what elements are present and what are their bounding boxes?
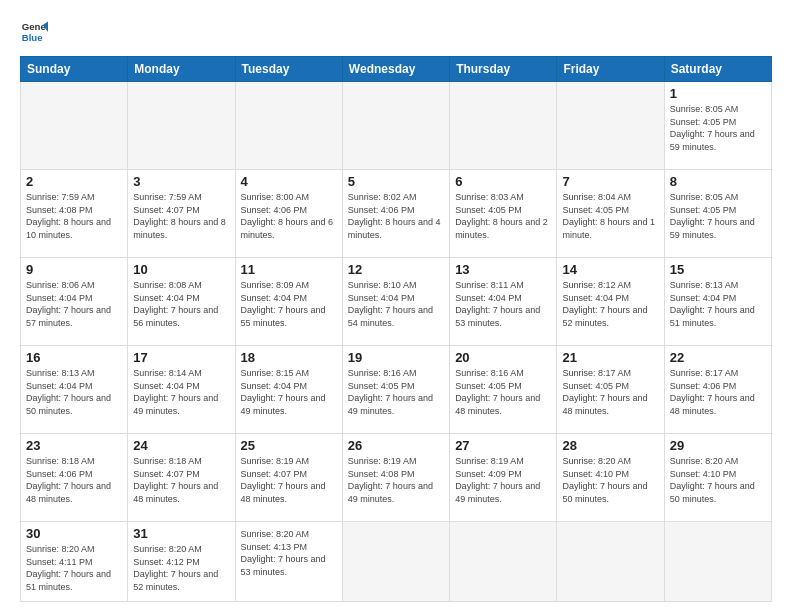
week-row-5: 23Sunrise: 8:18 AMSunset: 4:06 PMDayligh…	[21, 434, 772, 522]
weekday-header-saturday: Saturday	[664, 57, 771, 82]
calendar-cell: 5Sunrise: 8:02 AMSunset: 4:06 PMDaylight…	[342, 170, 449, 258]
day-info: Sunrise: 8:18 AMSunset: 4:07 PMDaylight:…	[133, 455, 229, 505]
calendar-cell: 1Sunrise: 8:05 AMSunset: 4:05 PMDaylight…	[664, 82, 771, 170]
day-info: Sunrise: 8:05 AMSunset: 4:05 PMDaylight:…	[670, 103, 766, 153]
calendar-cell: 19Sunrise: 8:16 AMSunset: 4:05 PMDayligh…	[342, 346, 449, 434]
day-info: Sunrise: 8:11 AMSunset: 4:04 PMDaylight:…	[455, 279, 551, 329]
calendar-cell: Sunrise: 8:20 AMSunset: 4:13 PMDaylight:…	[235, 522, 342, 602]
calendar-cell	[450, 82, 557, 170]
calendar-cell: 2Sunrise: 7:59 AMSunset: 4:08 PMDaylight…	[21, 170, 128, 258]
calendar-cell	[557, 522, 664, 602]
day-info: Sunrise: 8:20 AMSunset: 4:10 PMDaylight:…	[670, 455, 766, 505]
calendar-cell: 4Sunrise: 8:00 AMSunset: 4:06 PMDaylight…	[235, 170, 342, 258]
calendar-cell: 18Sunrise: 8:15 AMSunset: 4:04 PMDayligh…	[235, 346, 342, 434]
day-number: 17	[133, 350, 229, 365]
day-number: 28	[562, 438, 658, 453]
weekday-header-thursday: Thursday	[450, 57, 557, 82]
calendar-cell	[450, 522, 557, 602]
calendar-table: SundayMondayTuesdayWednesdayThursdayFrid…	[20, 56, 772, 602]
day-number: 23	[26, 438, 122, 453]
calendar-cell: 12Sunrise: 8:10 AMSunset: 4:04 PMDayligh…	[342, 258, 449, 346]
day-number: 27	[455, 438, 551, 453]
weekday-header-wednesday: Wednesday	[342, 57, 449, 82]
calendar-cell: 15Sunrise: 8:13 AMSunset: 4:04 PMDayligh…	[664, 258, 771, 346]
day-info: Sunrise: 8:16 AMSunset: 4:05 PMDaylight:…	[348, 367, 444, 417]
day-info: Sunrise: 8:15 AMSunset: 4:04 PMDaylight:…	[241, 367, 337, 417]
day-info: Sunrise: 8:06 AMSunset: 4:04 PMDaylight:…	[26, 279, 122, 329]
calendar-cell	[664, 522, 771, 602]
day-info: Sunrise: 8:12 AMSunset: 4:04 PMDaylight:…	[562, 279, 658, 329]
logo: General Blue	[20, 18, 48, 46]
calendar-cell: 10Sunrise: 8:08 AMSunset: 4:04 PMDayligh…	[128, 258, 235, 346]
day-number: 9	[26, 262, 122, 277]
day-number: 15	[670, 262, 766, 277]
calendar-cell	[557, 82, 664, 170]
day-info: Sunrise: 8:20 AMSunset: 4:11 PMDaylight:…	[26, 543, 122, 593]
calendar-cell	[342, 522, 449, 602]
day-info: Sunrise: 8:00 AMSunset: 4:06 PMDaylight:…	[241, 191, 337, 241]
day-number: 11	[241, 262, 337, 277]
calendar-cell: 26Sunrise: 8:19 AMSunset: 4:08 PMDayligh…	[342, 434, 449, 522]
calendar-cell: 27Sunrise: 8:19 AMSunset: 4:09 PMDayligh…	[450, 434, 557, 522]
day-number: 26	[348, 438, 444, 453]
week-row-1: 1Sunrise: 8:05 AMSunset: 4:05 PMDaylight…	[21, 82, 772, 170]
calendar-cell: 8Sunrise: 8:05 AMSunset: 4:05 PMDaylight…	[664, 170, 771, 258]
day-number: 18	[241, 350, 337, 365]
calendar-cell	[21, 82, 128, 170]
calendar-cell: 14Sunrise: 8:12 AMSunset: 4:04 PMDayligh…	[557, 258, 664, 346]
day-number: 7	[562, 174, 658, 189]
day-number: 24	[133, 438, 229, 453]
day-info: Sunrise: 8:19 AMSunset: 4:07 PMDaylight:…	[241, 455, 337, 505]
day-number: 16	[26, 350, 122, 365]
calendar-cell: 21Sunrise: 8:17 AMSunset: 4:05 PMDayligh…	[557, 346, 664, 434]
day-number: 8	[670, 174, 766, 189]
page: General Blue SundayMondayTuesdayWednesda…	[0, 0, 792, 612]
day-number: 22	[670, 350, 766, 365]
day-number: 21	[562, 350, 658, 365]
day-info: Sunrise: 8:17 AMSunset: 4:06 PMDaylight:…	[670, 367, 766, 417]
calendar-cell: 11Sunrise: 8:09 AMSunset: 4:04 PMDayligh…	[235, 258, 342, 346]
weekday-header-monday: Monday	[128, 57, 235, 82]
calendar-cell	[128, 82, 235, 170]
calendar-cell: 17Sunrise: 8:14 AMSunset: 4:04 PMDayligh…	[128, 346, 235, 434]
calendar-cell: 23Sunrise: 8:18 AMSunset: 4:06 PMDayligh…	[21, 434, 128, 522]
week-row-4: 16Sunrise: 8:13 AMSunset: 4:04 PMDayligh…	[21, 346, 772, 434]
calendar-cell	[342, 82, 449, 170]
week-row-3: 9Sunrise: 8:06 AMSunset: 4:04 PMDaylight…	[21, 258, 772, 346]
day-number: 31	[133, 526, 229, 541]
calendar-cell	[235, 82, 342, 170]
calendar-cell: 13Sunrise: 8:11 AMSunset: 4:04 PMDayligh…	[450, 258, 557, 346]
logo-icon: General Blue	[20, 18, 48, 46]
day-number: 1	[670, 86, 766, 101]
week-row-2: 2Sunrise: 7:59 AMSunset: 4:08 PMDaylight…	[21, 170, 772, 258]
day-number: 5	[348, 174, 444, 189]
day-info: Sunrise: 8:02 AMSunset: 4:06 PMDaylight:…	[348, 191, 444, 241]
calendar-cell: 7Sunrise: 8:04 AMSunset: 4:05 PMDaylight…	[557, 170, 664, 258]
calendar-cell: 29Sunrise: 8:20 AMSunset: 4:10 PMDayligh…	[664, 434, 771, 522]
day-info: Sunrise: 8:13 AMSunset: 4:04 PMDaylight:…	[670, 279, 766, 329]
calendar-cell: 6Sunrise: 8:03 AMSunset: 4:05 PMDaylight…	[450, 170, 557, 258]
day-info: Sunrise: 8:20 AMSunset: 4:12 PMDaylight:…	[133, 543, 229, 593]
weekday-header-row: SundayMondayTuesdayWednesdayThursdayFrid…	[21, 57, 772, 82]
svg-text:Blue: Blue	[22, 32, 43, 43]
day-info: Sunrise: 8:10 AMSunset: 4:04 PMDaylight:…	[348, 279, 444, 329]
day-number: 25	[241, 438, 337, 453]
calendar-cell: 30Sunrise: 8:20 AMSunset: 4:11 PMDayligh…	[21, 522, 128, 602]
day-info: Sunrise: 8:03 AMSunset: 4:05 PMDaylight:…	[455, 191, 551, 241]
week-row-6: 30Sunrise: 8:20 AMSunset: 4:11 PMDayligh…	[21, 522, 772, 602]
day-number: 10	[133, 262, 229, 277]
calendar-cell: 31Sunrise: 8:20 AMSunset: 4:12 PMDayligh…	[128, 522, 235, 602]
day-info: Sunrise: 7:59 AMSunset: 4:08 PMDaylight:…	[26, 191, 122, 241]
header: General Blue	[20, 18, 772, 46]
day-number: 29	[670, 438, 766, 453]
day-info: Sunrise: 8:19 AMSunset: 4:09 PMDaylight:…	[455, 455, 551, 505]
day-number: 14	[562, 262, 658, 277]
calendar-cell: 22Sunrise: 8:17 AMSunset: 4:06 PMDayligh…	[664, 346, 771, 434]
day-info: Sunrise: 8:13 AMSunset: 4:04 PMDaylight:…	[26, 367, 122, 417]
calendar-cell: 9Sunrise: 8:06 AMSunset: 4:04 PMDaylight…	[21, 258, 128, 346]
day-info: Sunrise: 8:08 AMSunset: 4:04 PMDaylight:…	[133, 279, 229, 329]
day-number: 12	[348, 262, 444, 277]
day-info: Sunrise: 8:14 AMSunset: 4:04 PMDaylight:…	[133, 367, 229, 417]
day-info: Sunrise: 8:05 AMSunset: 4:05 PMDaylight:…	[670, 191, 766, 241]
weekday-header-friday: Friday	[557, 57, 664, 82]
